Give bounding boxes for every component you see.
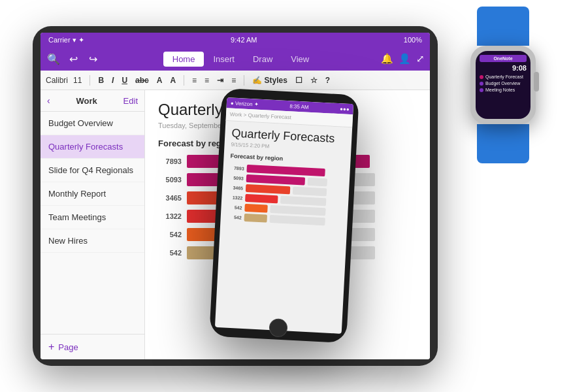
bar-value-3: 1322 <box>158 212 182 220</box>
bar-value-1: 5093 <box>158 176 182 184</box>
time-label: 9:42 AM <box>231 36 257 44</box>
sidebar-header: ‹ Work Edit <box>41 90 144 112</box>
bar-value-2: 3465 <box>158 194 182 202</box>
iphone-bar-val-4: 542 <box>227 204 242 210</box>
sidebar-item-budget[interactable]: Budget Overview <box>41 112 144 135</box>
sidebar-item-monthly[interactable]: Monthly Report <box>41 182 144 206</box>
star-button[interactable]: ☆ <box>308 74 320 86</box>
align-button[interactable]: ≡ <box>229 74 238 86</box>
format-separator-2 <box>184 75 184 86</box>
sidebar-item-slide[interactable]: Slide for Q4 Regionals <box>41 159 144 182</box>
iphone-bar-2 <box>246 184 291 195</box>
iphone: ● Verizon ✦ 8:35 AM ●●● Work > Quarterly… <box>209 88 359 343</box>
iphone-bar-5 <box>244 214 267 223</box>
carrier-label: Carrier ▾ ✦ <box>48 36 84 44</box>
format-separator <box>90 75 90 86</box>
toolbar-right-icons: 🔔 👤 ⤢ <box>381 53 425 65</box>
watch-app-name: OneNote <box>480 55 527 62</box>
watch-band-top <box>477 7 529 46</box>
watch-item-label-2: Meeting Notes <box>485 88 515 92</box>
font-name[interactable]: Calibri <box>46 76 68 85</box>
bell-icon[interactable]: 🔔 <box>381 53 393 65</box>
iphone-home-button[interactable] <box>269 318 287 337</box>
watch-screen: OneNote 9:08 Quarterly Forecast Budget O… <box>476 51 531 119</box>
font-color-button[interactable]: A <box>154 74 165 86</box>
watch-dot-0 <box>480 75 483 79</box>
iphone-bar-4 <box>244 204 268 213</box>
indent-button[interactable]: ⇥ <box>214 74 226 86</box>
italic-button[interactable]: I <box>109 74 116 86</box>
apple-watch: OneNote 9:08 Quarterly Forecast Budget O… <box>457 33 549 144</box>
format-separator-3 <box>244 75 244 86</box>
strikethrough-button[interactable]: abc <box>133 74 152 86</box>
sidebar-item-team[interactable]: Team Meetings <box>41 206 144 229</box>
watch-time: 9:08 <box>480 64 527 72</box>
iphone-bar-val-0: 7893 <box>230 165 244 171</box>
iphone-bar-val-3: 1322 <box>228 195 242 200</box>
sidebar: ‹ Work Edit Budget Overview Quarterly Fo… <box>41 90 145 359</box>
iphone-battery: ●●● <box>340 106 350 112</box>
iphone-bar-5b <box>269 215 325 225</box>
undo-icon[interactable]: ↩ <box>65 53 81 65</box>
iphone-bar-val-2: 3465 <box>229 185 243 190</box>
battery-label: 100% <box>404 36 422 44</box>
sidebar-item-hires[interactable]: New Hires <box>41 229 144 253</box>
list-bullet-button[interactable]: ≡ <box>189 74 199 86</box>
plus-icon: + <box>48 341 54 353</box>
sidebar-add-page[interactable]: + Page <box>41 334 144 359</box>
highlight-button[interactable]: A <box>167 74 178 86</box>
list-number-button[interactable]: ≡ <box>202 74 212 86</box>
format-bar: Calibri 11 B I U abc A A ≡ ≡ ⇥ ≡ ✍ Style… <box>41 71 430 90</box>
bar-value-5: 542 <box>158 249 182 257</box>
iphone-bar-val-5: 542 <box>227 214 242 220</box>
expand-icon[interactable]: ⤢ <box>416 53 425 65</box>
ipad-toolbar: 🔍 ↩ ↪ Home Insert Draw View 🔔 👤 ⤢ <box>41 47 430 71</box>
bold-button[interactable]: B <box>95 74 106 86</box>
bar-value-0: 7893 <box>158 157 182 165</box>
bar-value-4: 542 <box>158 231 182 238</box>
watch-case: OneNote 9:08 Quarterly Forecast Budget O… <box>470 46 536 124</box>
checkbox-button[interactable]: ☐ <box>293 74 305 86</box>
styles-button[interactable]: ✍ Styles <box>250 74 290 86</box>
iphone-bar-val-1: 5093 <box>229 175 244 180</box>
redo-icon[interactable]: ↪ <box>85 53 101 65</box>
search-icon[interactable]: 🔍 <box>46 53 61 65</box>
tab-home[interactable]: Home <box>163 52 204 67</box>
scene: Carrier ▾ ✦ 9:42 AM 100% 🔍 ↩ ↪ Home Inse… <box>0 0 588 392</box>
watch-item-2[interactable]: Meeting Notes <box>480 88 527 92</box>
watch-band-bottom <box>477 124 529 163</box>
tab-insert[interactable]: Insert <box>204 52 244 67</box>
sidebar-edit-button[interactable]: Edit <box>123 96 138 106</box>
watch-item-1[interactable]: Budget Overview <box>480 81 527 86</box>
sidebar-title: Work <box>76 96 97 106</box>
add-page-label: Page <box>58 342 78 352</box>
watch-item-label-1: Budget Overview <box>485 81 520 86</box>
watch-dot-2 <box>480 88 483 92</box>
iphone-bar-3 <box>245 194 278 204</box>
sidebar-back-button[interactable]: ‹ <box>47 95 50 106</box>
underline-button[interactable]: U <box>119 74 130 86</box>
iphone-bar-3b <box>280 196 327 206</box>
iphone-bar-2b <box>293 187 327 197</box>
font-size[interactable]: 11 <box>73 76 82 85</box>
person-icon[interactable]: 👤 <box>399 53 411 65</box>
iphone-carrier: ● Verizon ✦ <box>231 100 259 107</box>
ipad-statusbar: Carrier ▾ ✦ 9:42 AM 100% <box>41 33 430 47</box>
sidebar-item-quarterly[interactable]: Quarterly Forecasts <box>41 135 144 159</box>
toolbar-tabs: Home Insert Draw View <box>163 52 319 67</box>
iphone-bar-1b <box>307 178 327 187</box>
iphone-bar-1 <box>246 174 306 186</box>
tab-draw[interactable]: Draw <box>244 52 282 67</box>
watch-dot-1 <box>480 82 483 86</box>
watch-item-0[interactable]: Quarterly Forecast <box>480 74 527 79</box>
iphone-time: 8:35 AM <box>289 103 309 110</box>
iphone-screen: ● Verizon ✦ 8:35 AM ●●● Work > Quarterly… <box>215 97 353 334</box>
tab-view[interactable]: View <box>282 52 318 67</box>
watch-crown[interactable] <box>534 72 539 91</box>
help-button[interactable]: ? <box>323 74 333 86</box>
iphone-bar-4b <box>270 205 326 216</box>
watch-item-label-0: Quarterly Forecast <box>485 74 523 79</box>
